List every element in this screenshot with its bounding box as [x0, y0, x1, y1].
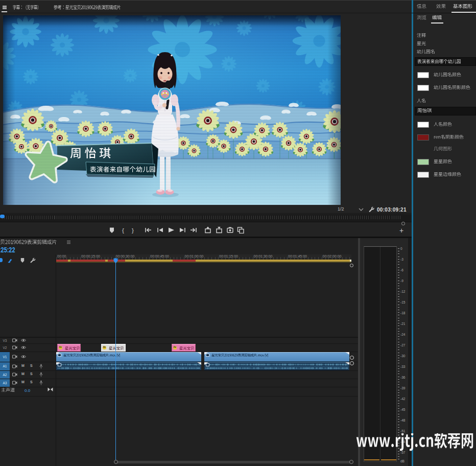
- svg-text:{: {: [122, 227, 124, 234]
- svg-text:}: }: [132, 227, 134, 234]
